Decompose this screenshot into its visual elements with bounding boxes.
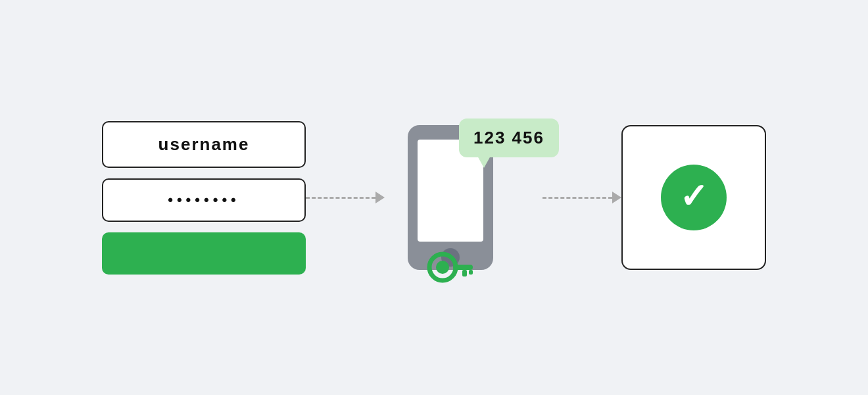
arrow-head-1: [375, 192, 385, 203]
key-icon: [424, 249, 477, 295]
svg-rect-4: [469, 270, 473, 275]
login-button[interactable]: [102, 232, 306, 275]
dashed-line-2: [542, 197, 612, 199]
dashed-line-1: [306, 197, 375, 199]
mfa-diagram: username •••••••• 123 456: [72, 121, 796, 275]
check-mark: ✓: [679, 179, 708, 213]
success-card: ✓: [621, 125, 766, 270]
otp-code: 123 456: [473, 128, 544, 147]
username-field[interactable]: username: [102, 121, 306, 168]
login-form: username ••••••••: [102, 121, 306, 275]
check-circle: ✓: [661, 165, 727, 230]
arrow-1: [306, 192, 385, 203]
otp-bubble: 123 456: [459, 118, 559, 157]
svg-rect-2: [453, 265, 473, 270]
key-container: [424, 249, 477, 298]
svg-point-1: [436, 261, 449, 274]
arrow-head-2: [612, 192, 621, 203]
arrow-2: [542, 192, 621, 203]
svg-rect-3: [462, 270, 467, 276]
password-field[interactable]: ••••••••: [102, 178, 306, 222]
phone-container: 123 456: [385, 125, 516, 270]
